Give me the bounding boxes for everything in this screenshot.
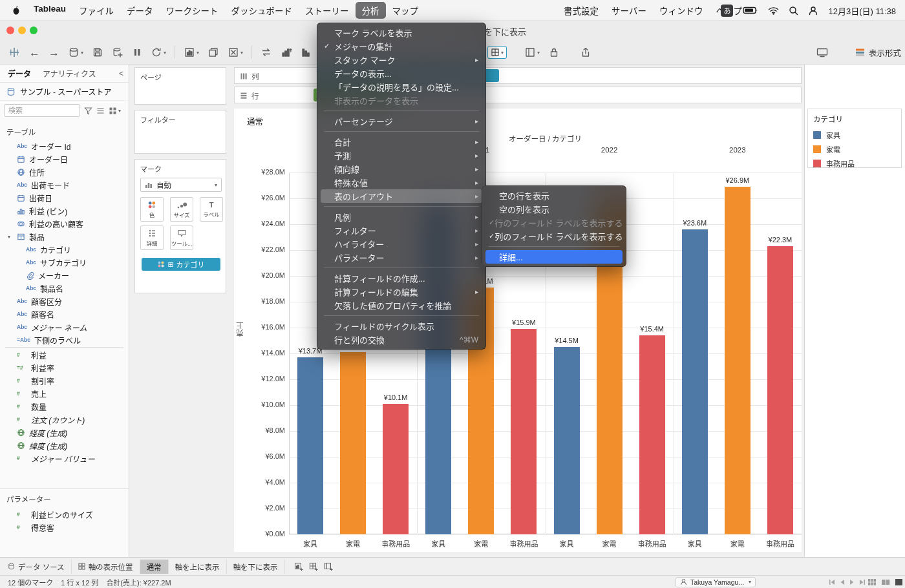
- field-item[interactable]: ▾製品: [0, 230, 129, 243]
- menubar-item[interactable]: ダッシュボード: [225, 2, 299, 19]
- mark-type-dropdown[interactable]: 自動 ▾: [140, 178, 222, 192]
- search-input[interactable]: [4, 104, 80, 117]
- clear-sheet-icon[interactable]: ▾: [228, 47, 243, 58]
- new-story-button[interactable]: [324, 562, 333, 571]
- mark-button-label[interactable]: Tラベル: [200, 197, 223, 222]
- show-me-button[interactable]: 表示形式: [855, 47, 901, 59]
- collapse-pane-icon[interactable]: <: [119, 69, 123, 78]
- show-hide-cards-icon[interactable]: ▾: [524, 47, 540, 58]
- minimize-button[interactable]: [18, 26, 26, 34]
- menu-item[interactable]: スタック マーク▸: [321, 53, 482, 67]
- field-item[interactable]: #利益ビンのサイズ: [0, 508, 129, 521]
- field-item[interactable]: Abcメジャー ネーム: [0, 320, 129, 333]
- field-item[interactable]: 緯度 (生成): [0, 439, 129, 452]
- field-item[interactable]: #売上: [0, 387, 129, 400]
- field-item[interactable]: Abcサブカテゴリ: [0, 256, 129, 269]
- show-tabs-view-icon[interactable]: [868, 578, 877, 586]
- tab-data[interactable]: データ: [8, 68, 31, 79]
- user-menu-icon[interactable]: [808, 6, 818, 16]
- new-dashboard-button[interactable]: [309, 562, 318, 571]
- field-item[interactable]: 住所: [0, 165, 129, 178]
- sheet-tab[interactable]: 軸を上に表示: [169, 560, 227, 574]
- filmstrip-view-icon[interactable]: [881, 578, 890, 586]
- fix-axes-icon[interactable]: [548, 47, 560, 58]
- field-item[interactable]: #数量: [0, 400, 129, 413]
- menubar-item[interactable]: ウィンドウ: [653, 2, 710, 19]
- field-item[interactable]: Abcオーダー Id: [0, 140, 129, 152]
- menu-item[interactable]: フィールドのサイクル表示: [321, 319, 482, 333]
- expand-chevron-icon[interactable]: ▾: [8, 234, 10, 240]
- menu-item[interactable]: パーセンテージ▸: [321, 114, 482, 128]
- zoom-button[interactable]: [30, 26, 37, 34]
- undo-back-icon[interactable]: ←: [29, 47, 40, 58]
- sheet-tab[interactable]: 軸の表示位置: [72, 560, 140, 574]
- menu-item[interactable]: 特殊な値▸: [321, 176, 482, 189]
- input-source-icon[interactable]: あ: [721, 5, 733, 17]
- tab-analytics[interactable]: アナリティクス: [43, 68, 96, 79]
- bar-mark[interactable]: [297, 357, 323, 534]
- mark-button-size[interactable]: サイズ: [170, 197, 193, 222]
- mark-button-color[interactable]: 色: [140, 197, 164, 222]
- last-sheet-icon[interactable]: [859, 579, 866, 585]
- menu-item[interactable]: ✓メジャーの集計: [321, 39, 482, 53]
- field-item[interactable]: メーカー: [0, 269, 129, 282]
- duplicate-sheet-icon[interactable]: [208, 47, 219, 58]
- menu-item[interactable]: 傾向線▸: [321, 162, 482, 176]
- add-data-icon[interactable]: [112, 47, 123, 58]
- wifi-icon[interactable]: [768, 6, 779, 15]
- presentation-mode-icon[interactable]: [816, 47, 829, 58]
- menu-item[interactable]: 欠落した値のプロパティを推論: [321, 299, 482, 312]
- menu-item[interactable]: 詳細...: [485, 250, 623, 264]
- menu-item[interactable]: 合計▸: [321, 135, 482, 149]
- battery-icon[interactable]: [743, 6, 758, 14]
- field-item[interactable]: =#利益率: [0, 361, 129, 374]
- run-updates-icon[interactable]: ▾: [151, 47, 166, 58]
- field-item[interactable]: #割引率: [0, 374, 129, 387]
- field-item[interactable]: 利益 (ビン): [0, 204, 129, 217]
- menubar-clock[interactable]: 12月3日(日) 11:38: [828, 5, 896, 17]
- legend-item[interactable]: 家電: [808, 142, 901, 156]
- bar-mark[interactable]: [383, 404, 409, 534]
- view-list-icon[interactable]: [96, 107, 105, 115]
- menubar-item[interactable]: データ: [120, 2, 160, 19]
- menubar-item[interactable]: ストーリー: [299, 2, 356, 19]
- menubar-item[interactable]: マップ: [386, 2, 425, 19]
- field-item[interactable]: #利益: [0, 348, 129, 361]
- field-item[interactable]: Abc製品名: [0, 282, 129, 295]
- menu-item[interactable]: 行と列の交換^⌘W: [321, 333, 482, 346]
- color-shelf-pill[interactable]: ⊞ カテゴリ: [142, 258, 220, 271]
- menu-item[interactable]: パラメーター▸: [321, 251, 482, 264]
- bar-mark[interactable]: [554, 347, 580, 534]
- sheet-tab[interactable]: 軸を下に表示: [227, 560, 285, 574]
- previous-sheet-icon[interactable]: [840, 579, 845, 585]
- bar-mark[interactable]: [725, 187, 751, 534]
- bar-mark[interactable]: [767, 246, 793, 534]
- bar-mark[interactable]: [340, 352, 366, 534]
- menubar-item[interactable]: 書式設定: [557, 2, 605, 19]
- menubar-item[interactable]: 分析: [356, 2, 386, 19]
- field-item[interactable]: 経度 (生成): [0, 426, 129, 439]
- menu-item[interactable]: ハイライター▸: [321, 237, 482, 251]
- swap-rows-columns-icon[interactable]: [261, 47, 272, 58]
- redo-forward-icon[interactable]: →: [48, 47, 59, 58]
- fit-selector-dropdown[interactable]: ▾: [487, 46, 507, 59]
- sheet-tab[interactable]: 通常: [140, 560, 169, 574]
- menu-item[interactable]: データの表示...: [321, 67, 482, 80]
- menu-item[interactable]: 表のレイアウト▸: [321, 189, 482, 203]
- sort-ascending-icon[interactable]: [281, 47, 292, 58]
- expand-hierarchy-icon[interactable]: ⊞: [167, 260, 173, 269]
- pages-card[interactable]: ページ: [134, 67, 226, 105]
- signed-in-user-dropdown[interactable]: Takuya Yamagu... ▾: [676, 577, 756, 587]
- y-axis-title[interactable]: 売上: [235, 322, 246, 337]
- menu-item[interactable]: マーク ラベルを表示: [321, 26, 482, 39]
- new-datasource-icon[interactable]: ▾: [68, 47, 83, 58]
- tableau-logo-icon[interactable]: [8, 46, 21, 59]
- close-button[interactable]: [6, 26, 14, 34]
- next-sheet-icon[interactable]: [849, 579, 855, 585]
- menubar-item[interactable]: サーバー: [605, 2, 653, 19]
- field-item[interactable]: Abc顧客名: [0, 308, 129, 320]
- single-sheet-view-icon[interactable]: [895, 578, 903, 586]
- menu-item[interactable]: フィルター▸: [321, 224, 482, 237]
- share-icon[interactable]: [580, 47, 591, 58]
- save-icon[interactable]: [92, 47, 103, 58]
